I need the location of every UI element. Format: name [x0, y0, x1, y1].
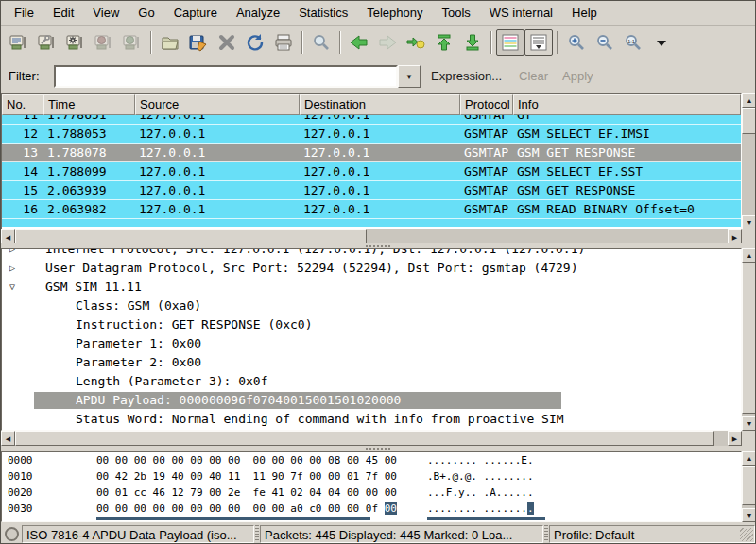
packet-list-header: No. Time Source Destination Protocol Inf… — [2, 94, 741, 115]
table-row[interactable]: 111.778651127.0.0.1127.0.0.1GSMTAPGT — [2, 115, 741, 125]
find-button[interactable] — [307, 29, 335, 56]
resize-grip-icon[interactable] — [740, 528, 753, 541]
detail-line[interactable]: ▽GSM SIM 11.11 — [2, 278, 741, 297]
menu-statistics[interactable]: Statistics — [289, 2, 357, 25]
hex-row[interactable]: 001000 42 2b 19 40 00 40 11 11 90 7f 00 … — [2, 468, 741, 484]
column-header-source[interactable]: Source — [135, 94, 300, 115]
scroll-up-icon[interactable]: ▲ — [742, 94, 756, 108]
packet-list-rows: 111.778651127.0.0.1127.0.0.1GSMTAPGT 121… — [2, 115, 741, 229]
scrollbar-thumb[interactable] — [742, 263, 756, 414]
table-row[interactable]: 121.788053127.0.0.1127.0.0.1GSMTAPGSM SE… — [2, 125, 741, 144]
capture-start-button[interactable] — [61, 29, 90, 56]
packet-list-vscrollbar[interactable]: ▲ ▼ — [742, 94, 756, 230]
scroll-down-icon[interactable]: ▼ — [742, 416, 756, 431]
go-bottom-button[interactable] — [458, 29, 487, 56]
column-header-time[interactable]: Time — [43, 94, 135, 115]
menu-file[interactable]: File — [5, 2, 43, 25]
detail-line[interactable]: Parameter 2: 0x00 — [2, 353, 741, 372]
capture-interfaces-button[interactable] — [5, 29, 33, 56]
scroll-up-icon[interactable]: ▲ — [742, 248, 756, 263]
table-row[interactable]: 152.063939127.0.0.1127.0.0.1GSMTAPGSM GE… — [2, 181, 741, 200]
scroll-right-icon[interactable]: ▶ — [728, 431, 742, 446]
chevron-down-icon: ▼ — [405, 73, 413, 81]
colorize-button[interactable] — [496, 29, 524, 56]
status-field-info: ISO 7816-4 APDU Data Payload (iso... — [22, 525, 254, 543]
scroll-up-icon[interactable]: ▲ — [742, 451, 756, 466]
scroll-down-icon[interactable]: ▼ — [742, 508, 756, 522]
statusbar-grip-icon[interactable] — [544, 525, 548, 542]
expression-button[interactable]: Expression... — [431, 69, 502, 83]
detail-line[interactable]: Instruction: GET RESPONSE (0xc0) — [2, 315, 741, 334]
table-row[interactable]: 141.788099127.0.0.1127.0.0.1GSMTAPGSM SE… — [2, 162, 741, 181]
go-back-button[interactable] — [345, 29, 373, 56]
scroll-left-icon[interactable]: ◀ — [1, 431, 15, 446]
menu-tools[interactable]: Tools — [432, 2, 479, 25]
toolbar-separator — [150, 31, 152, 54]
filter-input[interactable] — [54, 65, 398, 88]
zoom-100-button[interactable]: 1:1 — [619, 29, 647, 56]
column-header-protocol[interactable]: Protocol — [460, 94, 513, 115]
menu-edit[interactable]: Edit — [43, 2, 83, 25]
detail-line[interactable]: Class: GSM (0xa0) — [2, 297, 741, 315]
menu-ws-internal[interactable]: WS internal — [480, 2, 562, 25]
go-forward-button[interactable] — [373, 29, 402, 56]
column-header-no[interactable]: No. — [2, 94, 43, 115]
file-save-button[interactable] — [184, 29, 213, 56]
menu-analyze[interactable]: Analyze — [227, 2, 289, 25]
filter-label: Filter: — [9, 69, 40, 83]
scrollbar-thumb[interactable] — [742, 108, 756, 134]
file-close-button[interactable] — [213, 29, 241, 56]
file-open-button[interactable] — [156, 29, 184, 56]
hex-vscrollbar[interactable]: ▲ ▼ — [742, 451, 756, 522]
zoom-in-button[interactable] — [562, 29, 591, 56]
table-row-selected[interactable]: 131.788078127.0.0.1127.0.0.1GSMTAPGSM GE… — [2, 144, 741, 162]
scroll-down-icon[interactable]: ▼ — [742, 215, 756, 230]
menu-help[interactable]: Help — [562, 2, 607, 25]
table-row[interactable]: 162.063982127.0.0.1127.0.0.1GSMTAPGSM RE… — [2, 200, 741, 219]
print-button[interactable] — [269, 29, 298, 56]
menu-go[interactable]: Go — [129, 2, 163, 25]
go-to-packet-button[interactable] — [402, 29, 430, 56]
status-profile[interactable]: Profile: Default — [549, 525, 755, 543]
menu-bar: File Edit View Go Capture Analyze Statis… — [1, 1, 755, 26]
hex-row[interactable]: 002000 01 cc 46 12 79 00 2e fe 41 02 04 … — [2, 484, 741, 501]
reload-button[interactable] — [241, 29, 269, 56]
column-header-destination[interactable]: Destination — [300, 94, 460, 115]
scrollbar-thumb[interactable] — [742, 466, 756, 505]
details-hscrollbar[interactable]: ◀ ▶ — [1, 431, 742, 446]
go-top-button[interactable] — [430, 29, 458, 56]
column-header-info[interactable]: Info — [513, 94, 741, 115]
zoom-out-button[interactable] — [591, 29, 619, 56]
detail-line[interactable]: Status Word: Normal ending of command wi… — [2, 410, 741, 429]
apply-button[interactable]: Apply — [562, 69, 593, 83]
clear-button[interactable]: Clear — [519, 69, 548, 83]
splitter-grip-icon — [366, 245, 390, 247]
overflow-button[interactable] — [647, 29, 676, 56]
menu-telephony[interactable]: Telephony — [357, 2, 432, 25]
menu-capture[interactable]: Capture — [164, 2, 227, 25]
splitter-grip-icon — [366, 448, 390, 450]
filter-dropdown-button[interactable]: ▼ — [398, 65, 421, 88]
hex-row[interactable]: 000000 00 00 00 00 00 00 00 00 00 00 00 … — [2, 452, 741, 468]
capture-restart-button[interactable] — [118, 29, 146, 56]
statusbar-grip-icon[interactable] — [255, 525, 259, 542]
expert-info-icon[interactable] — [5, 527, 19, 541]
auto-scroll-button[interactable] — [524, 29, 553, 56]
hex-row[interactable]: 003000 00 00 00 00 00 00 00 00 00 a0 c0 … — [2, 501, 741, 517]
detail-line[interactable]: Length (Parameter 3): 0x0f — [2, 372, 741, 391]
expander-collapsed-icon[interactable]: ▷ — [9, 248, 15, 259]
menu-view[interactable]: View — [83, 2, 129, 25]
detail-line[interactable]: ▷Internet Protocol, Src: 127.0.0.1 (127.… — [2, 248, 741, 259]
capture-stop-button[interactable] — [90, 29, 118, 56]
table-row-clipped[interactable] — [2, 219, 741, 227]
scrollbar-thumb[interactable] — [15, 431, 714, 446]
detail-line[interactable]: ▷User Datagram Protocol, Src Port: 52294… — [2, 259, 741, 278]
status-packet-counts: Packets: 445 Displayed: 445 Marked: 0 Lo… — [260, 525, 543, 543]
expander-collapsed-icon[interactable]: ▷ — [9, 259, 15, 278]
expander-expanded-icon[interactable]: ▽ — [9, 278, 15, 297]
capture-options-button[interactable] — [33, 29, 61, 56]
details-vscrollbar[interactable]: ▲ ▼ — [742, 248, 756, 431]
toolbar-separator — [557, 31, 558, 54]
detail-line-selected[interactable]: APDU Payload: 000000096f0704001500150102… — [2, 391, 741, 410]
detail-line[interactable]: Parameter 1: 0x00 — [2, 334, 741, 353]
